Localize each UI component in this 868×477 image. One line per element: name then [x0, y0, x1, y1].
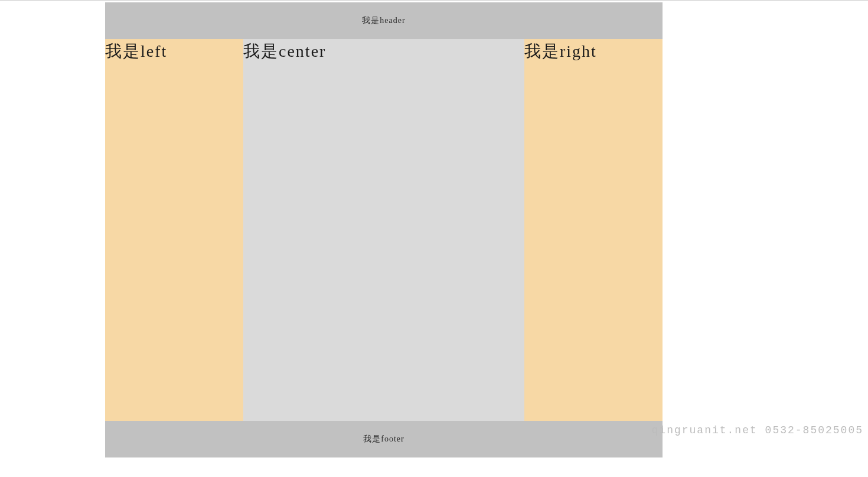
- watermark-text: qingruanit.net 0532-85025005: [652, 424, 863, 436]
- header-text: 我是header: [362, 16, 405, 25]
- right-column: 我是right: [524, 39, 663, 421]
- center-text: 我是center: [243, 42, 326, 60]
- left-text: 我是left: [105, 42, 167, 60]
- layout-container: 我是header 我是left 我是center 我是right 我是foote…: [105, 2, 663, 457]
- header-bar: 我是header: [105, 2, 663, 39]
- right-text: 我是right: [524, 42, 597, 60]
- footer-bar: 我是footer: [105, 421, 663, 457]
- left-column: 我是left: [105, 39, 243, 421]
- footer-text: 我是footer: [363, 434, 404, 443]
- top-divider: [0, 0, 868, 1]
- center-column: 我是center: [243, 39, 524, 421]
- middle-row: 我是left 我是center 我是right: [105, 39, 663, 421]
